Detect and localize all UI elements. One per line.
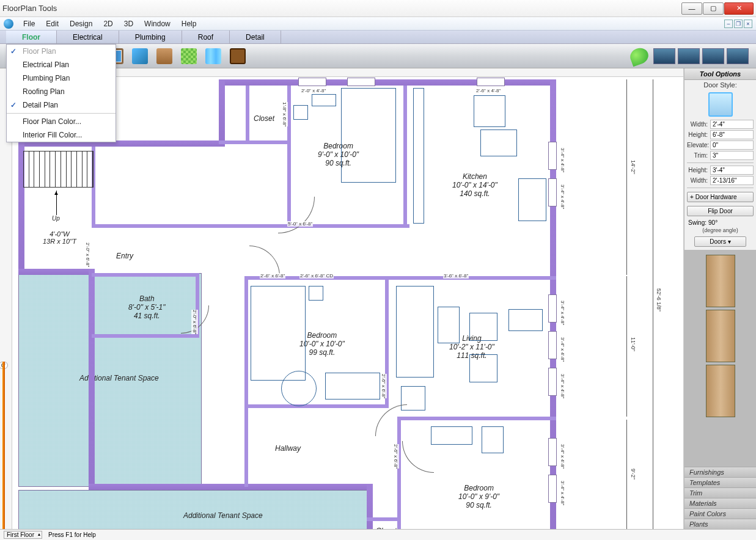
- prop-height-input[interactable]: 6'-8": [710, 130, 754, 139]
- furniture-armchair[interactable]: [469, 313, 497, 341]
- view-thumb-3[interactable]: [702, 48, 724, 64]
- tab-roof[interactable]: Roof: [182, 31, 230, 43]
- door-gallery-item[interactable]: [706, 255, 735, 307]
- accordion-trim[interactable]: Trim: [684, 487, 756, 498]
- dropdown-item-plumbing-plan[interactable]: Plumbing Plan: [7, 71, 116, 85]
- window[interactable]: [477, 78, 505, 86]
- tool-cabinet[interactable]: [227, 46, 248, 66]
- view-thumb-1[interactable]: [653, 48, 675, 64]
- door-swing[interactable]: [402, 441, 434, 473]
- mdi-restore-icon[interactable]: ❐: [734, 20, 743, 28]
- window[interactable]: [548, 294, 557, 323]
- wall-interior[interactable]: [246, 86, 249, 144]
- door-gallery[interactable]: [684, 250, 756, 467]
- view-thumb-4[interactable]: [727, 48, 749, 64]
- furniture-tv[interactable]: [431, 426, 472, 445]
- dropdown-item-detail-plan[interactable]: ✓Detail Plan: [7, 98, 116, 112]
- window[interactable]: [548, 142, 557, 170]
- prop-width-input[interactable]: 2'-4": [710, 120, 754, 129]
- accordion-paint-colors[interactable]: Paint Colors: [684, 508, 756, 519]
- window[interactable]: [548, 178, 557, 206]
- dropdown-item-interior-fill-color[interactable]: Interior Fill Color...: [7, 128, 116, 142]
- menu-file[interactable]: File: [18, 18, 40, 29]
- wall-interior[interactable]: [219, 140, 291, 144]
- tab-detail[interactable]: Detail: [230, 31, 281, 43]
- tab-electrical[interactable]: Electrical: [57, 31, 119, 43]
- wall-interior[interactable]: [92, 224, 409, 228]
- door-gallery-item[interactable]: [706, 310, 735, 362]
- wall-interior[interactable]: [244, 404, 389, 408]
- wall-exterior-top[interactable]: [219, 79, 556, 86]
- door-gallery-item[interactable]: [706, 365, 735, 417]
- menu-edit[interactable]: Edit: [41, 18, 64, 29]
- wall-interior[interactable]: [367, 517, 401, 521]
- wall-interior[interactable]: [92, 334, 199, 338]
- wall[interactable]: [367, 484, 373, 529]
- prop-elevate-input[interactable]: 0": [710, 140, 754, 150]
- furniture[interactable]: [482, 426, 504, 453]
- window[interactable]: [347, 78, 375, 86]
- furniture-dresser[interactable]: [325, 373, 380, 400]
- menu-2d[interactable]: 2D: [98, 18, 117, 29]
- wall-interior[interactable]: [244, 276, 248, 487]
- floor-selector[interactable]: First Floor: [4, 531, 42, 539]
- furniture[interactable]: [309, 286, 323, 301]
- accordion-templates[interactable]: Templates: [684, 477, 756, 487]
- prop-width2-input[interactable]: 2'-13/16": [710, 176, 754, 185]
- furniture[interactable]: [312, 94, 336, 106]
- menu-help[interactable]: Help: [177, 18, 202, 29]
- swing-input[interactable]: 90°: [708, 219, 730, 226]
- door-swing[interactable]: [249, 246, 280, 276]
- window[interactable]: [548, 438, 557, 466]
- door-hardware-button[interactable]: +Door Hardware: [687, 192, 754, 202]
- door-swing[interactable]: [278, 197, 315, 233]
- furniture-counter[interactable]: [413, 88, 424, 224]
- wall[interactable]: [18, 269, 95, 275]
- window[interactable]: [548, 368, 557, 396]
- furniture-bed[interactable]: [341, 88, 396, 183]
- stairs[interactable]: [23, 151, 94, 188]
- tool-floor-pattern[interactable]: [178, 46, 199, 66]
- furniture-cooktop[interactable]: [474, 95, 505, 127]
- dropdown-item-roofing-plan[interactable]: Roofing Plan: [7, 85, 116, 98]
- menu-design[interactable]: Design: [65, 18, 97, 29]
- wall[interactable]: [219, 79, 225, 140]
- minimize-button[interactable]: —: [681, 2, 702, 15]
- dropdown-item-floor-plan-color[interactable]: Floor Plan Color...: [7, 115, 116, 128]
- accordion-plants[interactable]: Plants: [684, 519, 756, 529]
- wall-interior[interactable]: [397, 417, 556, 420]
- mdi-close-icon[interactable]: ×: [744, 20, 752, 28]
- doors-dropdown-button[interactable]: Doors ▾: [694, 236, 746, 247]
- accordion-furnishings[interactable]: Furnishings: [684, 467, 756, 477]
- furniture-bed[interactable]: [251, 286, 306, 381]
- furniture-armchair[interactable]: [469, 354, 497, 382]
- prop-trim-input[interactable]: 3": [710, 151, 754, 160]
- flip-door-button[interactable]: Flip Door: [687, 206, 754, 216]
- furniture-round[interactable]: [281, 371, 317, 406]
- dropdown-item-floor-plan[interactable]: ✓Floor Plan: [7, 45, 116, 58]
- furniture-fridge[interactable]: [518, 178, 546, 221]
- eco-leaf-icon[interactable]: [628, 45, 650, 67]
- close-button[interactable]: ✕: [724, 2, 754, 15]
- tool-deck[interactable]: [154, 46, 175, 66]
- wall-interior[interactable]: [403, 86, 407, 226]
- accordion-materials[interactable]: Materials: [684, 498, 756, 508]
- furniture[interactable]: [508, 309, 543, 331]
- menu-3d[interactable]: 3D: [119, 18, 138, 29]
- tab-floor[interactable]: Floor: [6, 31, 57, 43]
- view-thumb-2[interactable]: [678, 48, 700, 64]
- door-swing[interactable]: [375, 404, 407, 436]
- tab-plumbing[interactable]: Plumbing: [119, 31, 182, 43]
- tool-curtain[interactable]: [203, 46, 224, 66]
- furniture-coffee-table[interactable]: [438, 307, 460, 343]
- wall[interactable]: [89, 484, 373, 490]
- mdi-minimize-icon[interactable]: –: [724, 20, 733, 28]
- tenant-space-2[interactable]: [18, 490, 373, 529]
- furniture[interactable]: [480, 130, 517, 156]
- furniture-sofa[interactable]: [396, 286, 434, 378]
- window[interactable]: [298, 78, 326, 86]
- tool-stairs[interactable]: [130, 46, 150, 66]
- door-style-thumbnail[interactable]: [708, 92, 733, 117]
- menu-window[interactable]: Window: [139, 18, 175, 29]
- furniture[interactable]: [293, 105, 308, 120]
